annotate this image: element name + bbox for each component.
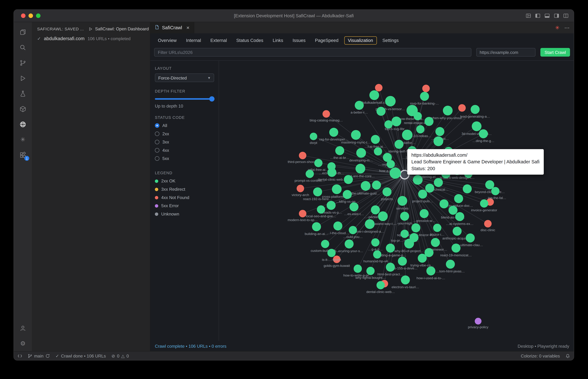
graph-node[interactable] <box>374 147 382 156</box>
graph-node[interactable] <box>413 175 423 185</box>
dash-tab-settings[interactable]: Settings <box>379 36 402 45</box>
graph-node[interactable] <box>332 184 342 194</box>
graph-node[interactable] <box>317 205 325 214</box>
graph-node[interactable] <box>455 212 464 221</box>
graph-node[interactable] <box>333 221 342 231</box>
graph-node[interactable] <box>472 121 482 131</box>
graph-node[interactable] <box>321 240 329 248</box>
remote-indicator-icon[interactable] <box>17 354 22 358</box>
graph-node[interactable] <box>333 255 341 263</box>
graph-node[interactable] <box>484 220 492 227</box>
graph-node[interactable] <box>306 170 314 178</box>
account-icon[interactable] <box>14 320 32 336</box>
radio-icon[interactable] <box>155 123 159 128</box>
toggle-primary-sidebar-icon[interactable] <box>535 13 540 18</box>
graph-node[interactable] <box>299 210 306 217</box>
layout-select[interactable]: Force-Directed ▼ <box>155 74 214 82</box>
graph-node[interactable] <box>383 187 392 196</box>
package-cube-icon[interactable] <box>14 101 32 117</box>
graph-node[interactable] <box>375 84 383 92</box>
graph-node[interactable] <box>371 135 380 144</box>
graph-node[interactable] <box>434 178 443 187</box>
close-button[interactable] <box>21 14 25 18</box>
crawl-done-status[interactable]: ✓ Crawl done • 106 URLs <box>55 353 106 358</box>
graph-node[interactable] <box>401 275 410 284</box>
git-branch-status[interactable]: main <box>28 354 50 358</box>
graph-node[interactable] <box>398 196 407 206</box>
tab-close-icon[interactable]: ✕ <box>186 25 190 30</box>
graph-node[interactable] <box>398 257 407 266</box>
status-radio-5xx[interactable]: 5xx <box>155 156 214 161</box>
extension-action-icon[interactable]: ✳ <box>555 25 559 30</box>
graph-node[interactable] <box>343 190 352 199</box>
radio-icon[interactable] <box>155 156 159 161</box>
graph-node[interactable] <box>356 148 366 158</box>
tab-saficrawl[interactable]: SafiCrawl ✕ <box>150 22 194 33</box>
graph-node[interactable] <box>313 187 322 196</box>
problems-status[interactable]: ⊘ 0 △ 0 <box>112 353 129 358</box>
source-control-icon[interactable] <box>14 55 32 71</box>
graph-node[interactable] <box>466 234 475 242</box>
graph-node[interactable] <box>384 120 393 129</box>
radio-icon[interactable] <box>155 131 159 136</box>
graph-node[interactable] <box>402 130 412 140</box>
graph-node[interactable] <box>378 211 388 221</box>
explorer-icon[interactable] <box>14 24 32 40</box>
dash-tab-visualization[interactable]: Visualization <box>344 36 377 45</box>
graph-node[interactable] <box>373 250 381 259</box>
extensions-icon[interactable]: 1 <box>14 147 32 163</box>
graph-node[interactable] <box>443 106 453 115</box>
graph-node[interactable] <box>327 168 336 177</box>
graph-node[interactable] <box>354 265 362 273</box>
dash-tab-overview[interactable]: Overview <box>154 36 180 45</box>
graph-node[interactable] <box>329 128 338 137</box>
graph-node[interactable] <box>425 184 434 193</box>
graph-node[interactable] <box>435 127 444 136</box>
graph-node[interactable] <box>314 159 323 167</box>
open-dashboard-action[interactable]: SafiCrawl: Open Dashboard <box>88 27 149 31</box>
graph-node[interactable] <box>365 219 375 229</box>
crawl-list-item[interactable]: ✓ abdulkadersafi.com 106 URLs • complete… <box>32 34 150 43</box>
graph-node[interactable] <box>409 233 419 242</box>
notifications-bell-icon[interactable] <box>566 354 570 358</box>
graph-node[interactable] <box>344 175 353 184</box>
graph-node[interactable] <box>387 160 395 168</box>
toggle-secondary-sidebar-icon[interactable] <box>554 13 559 18</box>
graph-node[interactable] <box>312 222 321 231</box>
run-debug-icon[interactable] <box>14 70 32 86</box>
graph-node[interactable] <box>434 136 443 146</box>
status-radio-3xx[interactable]: 3xx <box>155 139 214 145</box>
graph-node[interactable] <box>420 209 429 218</box>
graph-node[interactable] <box>440 199 448 208</box>
graph-node[interactable] <box>411 223 420 232</box>
graph-node[interactable] <box>376 107 386 116</box>
graph-node[interactable] <box>366 267 375 275</box>
graph-node[interactable] <box>426 267 435 275</box>
radio-icon[interactable] <box>155 148 159 153</box>
saficrawl-globe-icon[interactable] <box>14 117 32 132</box>
graph-node[interactable] <box>369 90 379 100</box>
dash-tab-links[interactable]: Links <box>269 36 287 45</box>
zoom-button[interactable] <box>36 14 40 18</box>
graph-node[interactable] <box>390 167 401 179</box>
graph-node[interactable] <box>480 199 488 208</box>
graph-node[interactable] <box>458 104 466 112</box>
graph-node[interactable] <box>491 187 500 195</box>
graph-area[interactable]: https://abdulkadersafi.com/ Lead Softwar… <box>219 61 574 341</box>
search-icon[interactable] <box>14 40 32 55</box>
graph-node[interactable] <box>386 244 395 253</box>
graph-node[interactable] <box>463 184 472 193</box>
graph-node[interactable] <box>446 260 455 269</box>
customize-layout-icon[interactable] <box>526 13 531 18</box>
graph-node[interactable] <box>392 117 401 126</box>
start-crawl-button[interactable]: Start Crawl <box>540 48 570 57</box>
graph-node[interactable] <box>401 230 409 238</box>
graph-node[interactable] <box>433 224 441 232</box>
graph-node[interactable] <box>356 164 365 174</box>
graph-node[interactable] <box>416 125 425 133</box>
graph-node[interactable] <box>394 140 404 149</box>
graph-node[interactable] <box>475 318 482 325</box>
graph-node[interactable] <box>425 248 434 257</box>
graph-node[interactable] <box>299 152 306 159</box>
colorize-status[interactable]: Colorize: 0 variables <box>521 354 560 358</box>
